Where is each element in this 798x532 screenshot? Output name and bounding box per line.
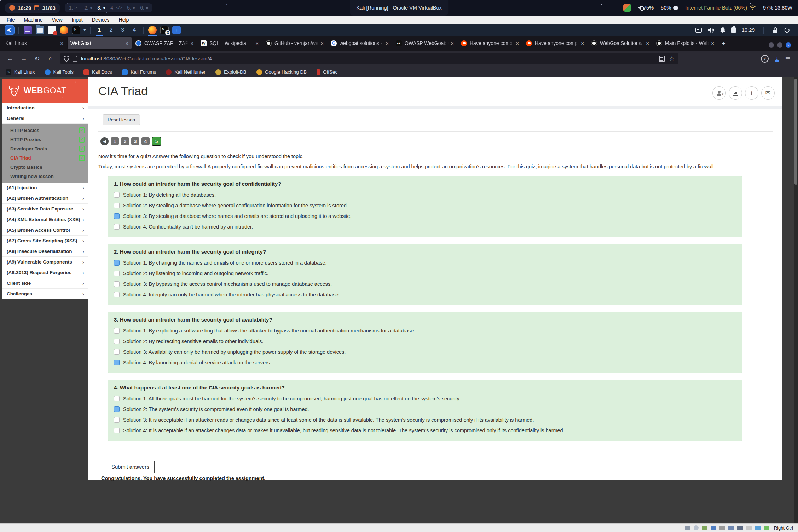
minimize-button[interactable] [769, 42, 774, 48]
bookmark-star-icon[interactable]: ☆ [669, 54, 675, 63]
scrollbar-thumb[interactable] [794, 79, 797, 185]
firefox-task-button[interactable] [148, 26, 157, 34]
workspace-button-1[interactable]: 1 [94, 25, 105, 35]
solution-option[interactable]: Solution 3: It is acceptable if an attac… [114, 416, 736, 423]
tab-close-icon[interactable]: × [320, 40, 324, 46]
user-menu-button[interactable]: ▾ [712, 86, 726, 100]
sidebar-item-a1-injection[interactable]: (A1) Injection› [2, 183, 88, 193]
new-tab-button[interactable]: + [718, 40, 729, 48]
solution-option[interactable]: Solution 4: It is acceptable if an attac… [114, 427, 736, 434]
host-volume[interactable]: 75% [638, 5, 654, 11]
sidebar-item-a7-xss[interactable]: (A7) Cross-Site Scripting (XSS)› [2, 236, 88, 246]
host-workspace-2[interactable]: 2:● [84, 5, 92, 11]
bookmark-kali-nethunter[interactable]: Kali NetHunter [166, 69, 206, 75]
tab-main-exploits[interactable]: Main Exploits · WebG × [653, 37, 718, 49]
reset-lesson-button[interactable]: Reset lesson [103, 114, 140, 125]
menu-devices[interactable]: Devices [88, 16, 114, 23]
shared-folders-icon[interactable] [728, 526, 734, 530]
checkbox-checked[interactable] [114, 360, 120, 365]
sidebar-item-general[interactable]: General› [2, 113, 88, 124]
home-button[interactable]: ⌂ [45, 53, 56, 64]
tab-reddit-1[interactable]: Have anyone comple × [458, 37, 522, 49]
tab-sql-wikipedia[interactable]: W SQL – Wikipedia × [198, 37, 262, 49]
page-button-2[interactable]: 2 [121, 137, 129, 145]
about-button[interactable]: i [745, 86, 758, 100]
page-button-1[interactable]: 1 [111, 137, 119, 145]
solution-option[interactable]: Solution 3: By bypassing the access cont… [114, 281, 736, 288]
bookmark-kali-forums[interactable]: Kali Forums [122, 69, 156, 75]
hard-disk-icon[interactable] [685, 526, 690, 530]
tab-owasp-zap[interactable]: OWASP ZAP – ZAP i × [133, 37, 197, 49]
logout-icon[interactable] [784, 27, 790, 33]
tab-github-vernjan[interactable]: GitHub - vernjan/we × [263, 37, 327, 49]
checkbox[interactable] [114, 203, 120, 208]
usb-icon[interactable] [719, 526, 725, 530]
terminal-launcher-icon[interactable] [24, 26, 32, 34]
text-editor-icon[interactable] [48, 26, 56, 34]
solution-option[interactable]: Solution 1: All three goals must be harm… [114, 395, 736, 402]
host-workspace-switcher[interactable]: 1:>_ 2:● 3:● 4:</> 5:● 6:● [65, 3, 152, 12]
solution-option[interactable]: Solution 1: By changing the names and em… [114, 259, 736, 266]
url-bar[interactable]: localhost:8080/WebGoat/start.mvc#lesson/… [60, 53, 678, 64]
downloads-task-button[interactable] [172, 26, 181, 34]
report-card-button[interactable] [729, 86, 742, 100]
kali-menu-button[interactable] [5, 26, 14, 34]
solution-option[interactable]: Solution 1: By deleting all the database… [114, 191, 736, 198]
sidebar-item-a4-xxe[interactable]: (A4) XML External Entities (XXE)› [2, 214, 88, 225]
display-tray-icon[interactable] [695, 28, 702, 33]
bookmark-kali-docs[interactable]: Kali Docs [83, 69, 112, 75]
downloads-icon[interactable]: ↓ [775, 56, 779, 62]
submit-answers-button[interactable]: Submit answers [106, 461, 155, 473]
checkbox[interactable] [114, 417, 120, 423]
host-network[interactable]: Internet Familie Bolz (66%) [685, 5, 756, 11]
solution-option[interactable]: Solution 2: The system's security is com… [114, 406, 736, 413]
terminal-emulator-icon[interactable]: $_ [72, 26, 80, 34]
sidebar-item-writing-new-lesson[interactable]: Writing new lesson [2, 172, 88, 181]
solution-option[interactable]: Solution 2: By stealing a database where… [114, 202, 736, 209]
solution-option[interactable]: Solution 4: Integrity can only be harmed… [114, 291, 736, 298]
solution-option[interactable]: Solution 2: By redirecting sensitive ema… [114, 338, 736, 345]
contact-button[interactable]: ✉ [761, 86, 775, 100]
volume-tray-icon[interactable] [707, 27, 714, 33]
bookmark-kali-linux[interactable]: Kali Linux [6, 69, 35, 75]
tab-webgoat-active[interactable]: WebGoat × [68, 37, 132, 49]
solution-option[interactable]: Solution 4: By launching a denial of ser… [114, 359, 736, 366]
host-brightness[interactable]: 50% [661, 5, 678, 11]
sidebar-item-client-side[interactable]: Client side› [2, 278, 88, 289]
solution-option[interactable]: Solution 3: By stealing a database where… [114, 213, 736, 220]
host-power[interactable]: 97% 13.80W [763, 5, 792, 11]
vm-window-title[interactable]: Kali [Running] - Oracle VM VirtualBox [350, 0, 448, 16]
checkbox[interactable] [114, 328, 120, 334]
back-button[interactable]: ← [5, 53, 16, 64]
menu-view[interactable]: View [48, 16, 66, 23]
tab-close-icon[interactable]: × [385, 40, 389, 46]
menu-file[interactable]: File [3, 16, 19, 23]
host-workspace-1[interactable]: 1:>_ [69, 5, 79, 11]
optical-disk-icon[interactable] [694, 525, 699, 530]
checkbox[interactable] [114, 192, 120, 198]
bookmark-google-hacking-db[interactable]: Google Hacking DB [256, 69, 307, 75]
solution-option[interactable]: Solution 2: By listening to incoming and… [114, 270, 736, 277]
checkbox[interactable] [114, 339, 120, 344]
tab-close-icon[interactable]: × [710, 40, 715, 46]
menu-input[interactable]: Input [68, 16, 87, 23]
recording-icon[interactable] [746, 526, 752, 530]
sidebar-item-a8-insecure-deserialization[interactable]: (A8) Insecure Deserialization› [2, 246, 88, 257]
tab-close-icon[interactable]: × [255, 40, 259, 46]
app-menu-icon[interactable]: ≡ [785, 54, 790, 64]
sidebar-item-cia-triad-active[interactable]: CIA Triad ✓ [2, 153, 88, 162]
firefox-launcher-icon[interactable] [60, 26, 68, 34]
host-workspace-3-active[interactable]: 3:● [97, 5, 105, 11]
audio-icon[interactable] [702, 526, 707, 530]
reload-button[interactable]: ↻ [32, 53, 42, 64]
page-button-4[interactable]: 4 [141, 137, 150, 145]
sidebar-item-developer-tools[interactable]: Developer Tools ✓ [2, 144, 88, 153]
scrollbar[interactable] [794, 77, 798, 523]
sidebar-item-crypto-basics[interactable]: Crypto Basics [2, 162, 88, 172]
lock-screen-icon[interactable] [773, 27, 778, 33]
tab-close-icon[interactable]: × [580, 40, 585, 46]
mouse-integration-icon[interactable] [755, 526, 761, 530]
host-workspace-5[interactable]: 5:● [127, 5, 135, 11]
forward-button[interactable]: → [18, 53, 29, 64]
launcher-dropdown-icon[interactable]: ▾ [83, 27, 86, 33]
